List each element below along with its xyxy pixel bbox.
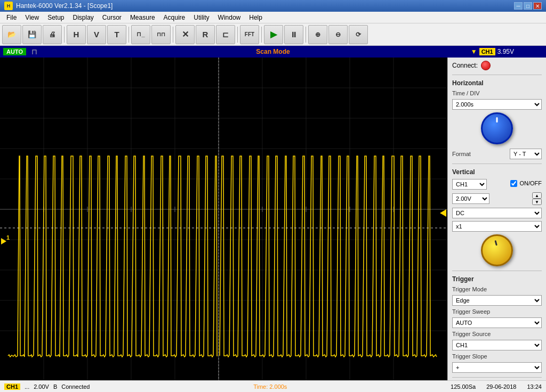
time-div-select[interactable]: 2.000s	[452, 99, 542, 110]
auto-scale-button[interactable]: ⟳	[349, 25, 368, 44]
main-content: 1 Connect: Horizontal Time / DIV 2.000s	[0, 58, 546, 380]
menu-acquire[interactable]: Acquire	[159, 12, 190, 23]
cursor-button[interactable]: ⊏	[216, 25, 235, 44]
menu-measure[interactable]: Measure	[126, 12, 159, 23]
open-folder-button[interactable]: 📂	[2, 25, 21, 44]
status-bar-bottom: CH1 ... 2.00V B Connected Time: 2.000s 1…	[0, 380, 546, 392]
ch1-position-marker	[1, 238, 6, 244]
menu-utility[interactable]: Utility	[189, 12, 213, 23]
divider-3	[452, 271, 542, 271]
vertical-title: Vertical	[452, 168, 542, 176]
channel-row[interactable]: CH1 ON/OFF	[452, 179, 542, 190]
bottom-right-info: 125.00Sa 29-06-2018 13:24	[451, 383, 542, 390]
volts-select[interactable]: 2.00V	[452, 193, 489, 204]
b-label: B	[53, 383, 57, 390]
minimize-button[interactable]: ─	[514, 2, 523, 10]
h-button[interactable]: H	[67, 25, 86, 44]
menu-help[interactable]: Help	[245, 12, 267, 23]
trigger-slope-row[interactable]: Trigger Slope	[452, 353, 542, 360]
fft-button[interactable]: FFT	[240, 25, 259, 44]
v-button[interactable]: V	[87, 25, 106, 44]
bottom-left-info: CH1 ... 2.00V B Connected	[4, 383, 90, 390]
trigger-source-label: Trigger Source	[452, 331, 491, 337]
print-button[interactable]: 🖨	[43, 25, 62, 44]
menu-file[interactable]: File	[2, 12, 21, 23]
maximize-button[interactable]: □	[524, 2, 532, 10]
trigger-mode-row[interactable]: Trigger Mode	[452, 286, 542, 292]
knob-marker	[496, 117, 498, 123]
menu-display[interactable]: Display	[69, 12, 98, 23]
ch1-top-badge: ▼ CH1 3.95V	[471, 48, 514, 55]
t-button[interactable]: T	[107, 25, 126, 44]
format-select[interactable]: Y - T	[510, 149, 542, 159]
titlebar: H Hantek-6000 Ver2.1.34 - [Scope1] ─ □ ✕	[0, 0, 546, 12]
vertical-knob-container	[452, 234, 542, 266]
horizontal-knob-container	[452, 112, 542, 144]
probe-row[interactable]: x1 x10	[452, 221, 542, 232]
divider-1	[452, 75, 542, 75]
clock-time: 13:24	[527, 383, 542, 390]
trigger-sweep-row[interactable]: Trigger Sweep	[452, 308, 542, 315]
pause-button[interactable]: ⏸	[284, 25, 303, 44]
menu-setup[interactable]: Setup	[43, 12, 68, 23]
signal-button[interactable]: ⊓⊓	[151, 25, 171, 44]
window-controls[interactable]: ─ □ ✕	[514, 2, 542, 10]
onoff-row[interactable]: ON/OFF	[510, 180, 542, 187]
titlebar-title: Hantek-6000 Ver2.1.34 - [Scope1]	[16, 2, 113, 10]
time-bottom: Time: 2.000s	[253, 383, 287, 390]
toolbar: 📂 💾 🖨 H V T ⊓_ ⊓⊓ ✕ R ⊏ FFT ▶ ⏸ ⊕ ⊖ ⟳	[0, 23, 546, 46]
vertical-knob-marker	[494, 240, 497, 246]
sample-rate: 125.00Sa	[451, 383, 476, 390]
format-label: Format	[452, 151, 471, 157]
trigger-source-row[interactable]: Trigger Source	[452, 331, 542, 337]
connect-label: Connect:	[452, 62, 478, 69]
volts-up-button[interactable]: ▲	[532, 192, 542, 199]
trigger-mode-select-row[interactable]: Edge Pulse Video	[452, 295, 542, 306]
menu-view[interactable]: View	[21, 12, 43, 23]
trigger-source-select[interactable]: CH1 CH2	[452, 340, 542, 350]
horizontal-knob[interactable]	[481, 112, 513, 144]
ref-button[interactable]: R	[196, 25, 215, 44]
zoom-out-button[interactable]: ⊖	[328, 25, 348, 44]
trigger-source-select-row[interactable]: CH1 CH2	[452, 340, 542, 350]
coupling-select[interactable]: DC AC GND	[452, 208, 542, 218]
pulse-button[interactable]: ⊓_	[131, 25, 150, 44]
time-div-select-row[interactable]: 2.000s	[452, 99, 542, 110]
app-icon: H	[4, 2, 13, 10]
onoff-checkbox[interactable]	[510, 180, 517, 187]
toolbar-separator-2	[129, 27, 129, 43]
vertical-knob[interactable]	[481, 234, 513, 266]
trigger-sweep-select-row[interactable]: AUTO Normal Single	[452, 317, 542, 328]
ch1-volts-bottom: 2.00V	[34, 383, 49, 390]
trigger-title: Trigger	[452, 275, 542, 283]
date: 29-06-2018	[486, 383, 516, 390]
format-row[interactable]: Format Y - T	[452, 149, 542, 159]
trigger-slope-select[interactable]: + -	[452, 362, 542, 373]
vertical-section: Vertical CH1 ON/OFF 2.00V ▲ ▼	[452, 168, 542, 266]
menu-cursor[interactable]: Cursor	[98, 12, 126, 23]
menubar: File View Setup Display Cursor Measure A…	[0, 12, 546, 23]
zoom-in-button[interactable]: ⊕	[308, 25, 327, 44]
status-bar-top: AUTO ⊓ Scan Mode ▼ CH1 3.95V	[0, 46, 546, 58]
toolbar-separator-1	[64, 27, 65, 43]
horizontal-title: Horizontal	[452, 79, 542, 87]
toolbar-separator-6	[306, 27, 306, 43]
trigger-sweep-select[interactable]: AUTO Normal Single	[452, 317, 542, 328]
close-button[interactable]: ✕	[533, 2, 542, 10]
volts-row[interactable]: 2.00V ▲ ▼	[452, 192, 542, 205]
menu-window[interactable]: Window	[214, 12, 245, 23]
channel-select[interactable]: CH1	[452, 179, 487, 190]
coupling-row[interactable]: DC AC GND	[452, 208, 542, 218]
ch1-bottom-label: CH1	[4, 383, 20, 390]
scan-mode-label: Scan Mode	[256, 48, 290, 55]
probe-select[interactable]: x1 x10	[452, 221, 542, 232]
time-div-row: Time / DIV	[452, 90, 542, 96]
volts-down-button[interactable]: ▼	[532, 199, 542, 205]
run-button[interactable]: ▶	[264, 25, 283, 44]
trigger-mode-select[interactable]: Edge Pulse Video	[452, 295, 542, 306]
save-button[interactable]: 💾	[22, 25, 42, 44]
math-button[interactable]: ✕	[175, 25, 195, 44]
scope-display[interactable]: 1	[0, 58, 447, 380]
trigger-slope-select-row[interactable]: + -	[452, 362, 542, 373]
toolbar-separator-3	[173, 27, 173, 43]
